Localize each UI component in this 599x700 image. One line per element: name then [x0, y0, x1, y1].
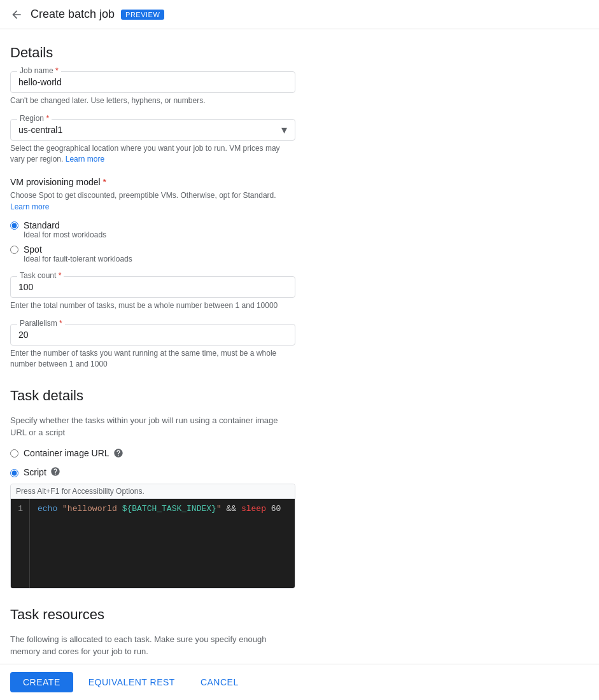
container-image-radio[interactable]	[10, 449, 18, 458]
vm-provisioning-field: VM provisioning model * Choose Spot to g…	[10, 177, 295, 263]
job-name-field: Job name * Can't be changed later. Use l…	[10, 71, 295, 106]
task-details-title: Task details	[10, 388, 295, 404]
page-footer: CREATE EQUIVALENT REST CANCEL	[0, 664, 599, 700]
code-token-sleep: sleep	[241, 504, 266, 514]
script-help-icon[interactable]	[50, 466, 60, 479]
code-token-echo: echo	[38, 504, 57, 514]
code-token-and: &&	[227, 504, 237, 514]
parallelism-outlined: Parallelism *	[10, 324, 295, 346]
region-label: Region *	[17, 114, 52, 123]
job-name-outlined: Job name *	[10, 71, 295, 93]
vm-standard-option[interactable]: Standard Ideal for most workloads	[10, 220, 295, 239]
create-button[interactable]: CREATE	[10, 672, 73, 692]
task-details-section: Task details Specify whether the tasks w…	[10, 388, 295, 589]
vm-provisioning-title: VM provisioning model *	[10, 177, 295, 187]
container-image-label: Container image URL	[24, 448, 109, 458]
code-editor: Press Alt+F1 for Accessibility Options. …	[10, 484, 295, 589]
code-editor-body[interactable]: 1 echo "helloworld ${BATCH_TASK_INDEX}" …	[11, 499, 295, 588]
container-image-option[interactable]: Container image URL	[10, 448, 295, 460]
details-section-title: Details	[10, 45, 295, 61]
task-count-label: Task count *	[17, 271, 64, 280]
region-select[interactable]: us-central1 us-east1 us-west1 europe-wes…	[18, 125, 287, 135]
job-name-helper: Can't be changed later. Use letters, hyp…	[10, 95, 295, 106]
page-title: Create batch job	[31, 8, 115, 21]
vm-learn-more-link[interactable]: Learn more	[10, 202, 49, 211]
code-token-string: "helloworld ${BATCH_TASK_INDEX}"	[62, 504, 222, 514]
back-button[interactable]	[10, 8, 23, 21]
task-details-desc: Specify whether the tasks within your jo…	[10, 414, 295, 439]
task-count-outlined: Task count *	[10, 276, 295, 298]
vm-standard-radio[interactable]	[10, 221, 18, 230]
vm-standard-label: Standard	[24, 220, 60, 230]
vm-spot-radio[interactable]	[10, 246, 18, 254]
parallelism-helper: Enter the number of tasks you want runni…	[10, 348, 295, 370]
vm-provisioning-desc: Choose Spot to get discounted, preemptib…	[10, 190, 295, 213]
vm-spot-label: Spot	[24, 244, 42, 255]
region-helper: Select the geographical location where y…	[10, 143, 295, 165]
parallelism-label: Parallelism *	[17, 319, 65, 328]
code-editor-header: Press Alt+F1 for Accessibility Options.	[11, 484, 295, 499]
task-resources-title: Task resources	[10, 606, 295, 623]
region-learn-more-link[interactable]: Learn more	[66, 155, 104, 164]
code-content[interactable]: echo "helloworld ${BATCH_TASK_INDEX}" &&…	[30, 499, 295, 588]
equivalent-rest-button[interactable]: EQUIVALENT REST	[78, 672, 185, 692]
vm-spot-sublabel: Ideal for fault-tolerant workloads	[24, 255, 132, 263]
region-field: Region * us-central1 us-east1 us-west1 e…	[10, 119, 295, 165]
code-token-num: 60	[271, 504, 281, 514]
parallelism-input[interactable]	[18, 330, 287, 340]
vm-spot-option[interactable]: Spot Ideal for fault-tolerant workloads	[10, 244, 295, 263]
job-name-input[interactable]	[18, 77, 287, 87]
task-count-field: Task count * Enter the total number of t…	[10, 276, 295, 311]
parallelism-field: Parallelism * Enter the number of tasks …	[10, 324, 295, 370]
container-help-icon[interactable]	[113, 448, 123, 460]
vm-standard-sublabel: Ideal for most workloads	[24, 230, 106, 239]
task-count-input[interactable]	[18, 282, 287, 292]
job-name-label: Job name *	[17, 66, 61, 75]
region-outlined: Region * us-central1 us-east1 us-west1 e…	[10, 119, 295, 141]
script-option[interactable]: Script	[10, 466, 295, 479]
task-count-helper: Enter the total number of tasks, must be…	[10, 300, 295, 311]
script-label: Script	[24, 467, 46, 477]
task-resources-desc: The following is allocated to each task.…	[10, 633, 295, 658]
preview-badge: PREVIEW	[121, 10, 164, 20]
cancel-button[interactable]: CANCEL	[190, 672, 249, 692]
script-radio[interactable]	[10, 469, 18, 477]
line-numbers: 1	[11, 499, 30, 588]
page-header: Create batch job PREVIEW	[0, 0, 599, 29]
main-content: Details Job name * Can't be changed late…	[0, 29, 306, 700]
